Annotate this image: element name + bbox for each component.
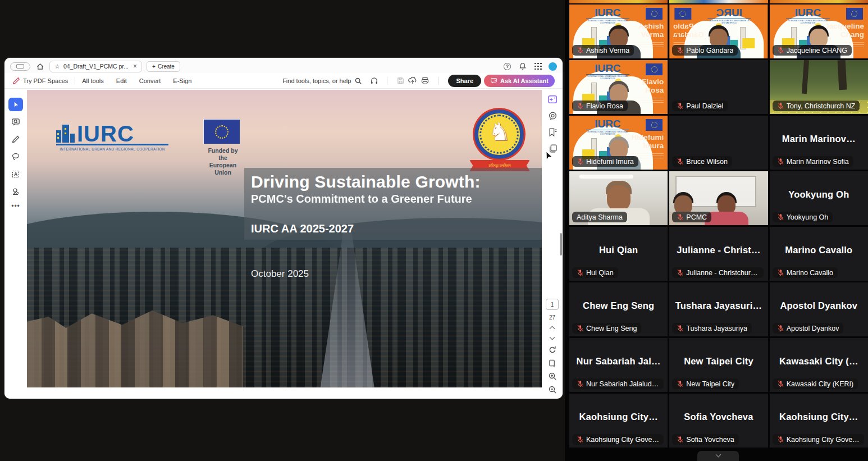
next-page-icon[interactable]: [550, 335, 555, 340]
participant-tile[interactable]: Tony, Christchurch NZ: [770, 60, 868, 114]
share-button[interactable]: Share: [448, 75, 481, 87]
participant-name-label: Yookyung Oh: [773, 212, 833, 222]
draw-pencil-tool-icon[interactable]: [8, 133, 23, 146]
participant-display-name: Kawasaki City (…: [770, 338, 868, 384]
fit-page-icon[interactable]: [548, 359, 556, 367]
participant-tile[interactable]: IURCINTERNATIONAL URBAN AND REGIONAL COO…: [569, 60, 668, 114]
mouse-cursor: [545, 151, 554, 161]
mic-off-icon: [777, 269, 784, 276]
participant-tile[interactable]: Sofia YovchevaSofia Yovcheva: [669, 394, 768, 448]
mic-off-icon: [677, 102, 684, 109]
divider: [438, 77, 438, 85]
participant-tile[interactable]: Apostol DyankovApostol Dyankov: [770, 282, 868, 336]
comments-panel-icon[interactable]: [548, 111, 558, 121]
participant-name-label: Aditya Sharma: [572, 212, 627, 222]
ask-ai-assistant-button[interactable]: Ask AI Assistant: [484, 75, 555, 87]
participant-tile[interactable]: Tushara Jayasuri…Tushara Jayasuriya: [669, 282, 768, 336]
acrobat-toolbar: Try PDF Spaces All tools Edit Convert E-…: [4, 73, 563, 89]
plus-icon: +: [152, 63, 156, 70]
total-pages: 27: [549, 314, 555, 321]
participant-name-label: Pablo Gándara: [672, 45, 738, 56]
help-icon[interactable]: ?: [504, 63, 511, 70]
zoom-out-icon[interactable]: [548, 385, 557, 394]
participant-tile[interactable]: Aditya Sharma: [569, 171, 668, 225]
eu-flag-icon: [846, 8, 863, 20]
document-tab[interactable]: ☆ 04_Draft_V1_PCMC pr... ×: [49, 61, 142, 72]
menu-edit[interactable]: Edit: [116, 77, 127, 84]
participant-tile[interactable]: Julianne - Christ…Julianne - Christchurc…: [669, 227, 768, 281]
slide-title: Driving Sustainable Growth:: [251, 172, 535, 191]
participant-tile[interactable]: PCMC: [669, 171, 768, 225]
select-cursor-tool[interactable]: [8, 98, 23, 111]
participant-tile[interactable]: Nur Sabariah Jal…Nur Sabariah Jalaluddin…: [569, 338, 668, 392]
star-icon[interactable]: ☆: [54, 63, 60, 70]
eu-flag-icon: [203, 119, 240, 144]
side-panel-rail: [547, 94, 558, 153]
participant-name-label: Kawasaki City (KERI): [773, 378, 858, 389]
upload-cloud-icon[interactable]: [406, 75, 419, 87]
participant-tile[interactable]: IURCINTERNATIONAL URBAN AND REGIONAL COO…: [569, 116, 668, 170]
mic-off-icon: [777, 102, 784, 109]
participant-tile[interactable]: IURCINTERNATIONAL URBAN AND REGIONAL COO…: [669, 4, 768, 58]
show-more-participants-button[interactable]: [697, 451, 739, 461]
eu-flag-icon: [674, 8, 691, 20]
more-tools-icon[interactable]: •••: [11, 202, 20, 210]
participant-tile[interactable]: Chew Eng SengChew Eng Seng: [569, 282, 668, 336]
participant-grid: IURCINTERNATIONAL URBAN AND REGIONAL COO…: [569, 4, 868, 448]
read-aloud-headphones-icon[interactable]: [368, 75, 380, 87]
try-pdf-spaces-button[interactable]: Try PDF Spaces: [12, 77, 68, 85]
stamp-tool-icon[interactable]: [8, 185, 23, 198]
participant-tile[interactable]: IURCINTERNATIONAL URBAN AND REGIONAL COO…: [569, 4, 668, 58]
refresh-icon[interactable]: [548, 345, 557, 354]
participant-name-label: Kaohsiung City Govern...: [773, 434, 864, 445]
menu-all-tools[interactable]: All tools: [82, 77, 104, 84]
document-area: A •••: [4, 89, 563, 399]
participant-tile[interactable]: Marin Marinov…Marin Marinov Sofia: [770, 116, 868, 170]
apps-grid-icon[interactable]: [534, 63, 542, 70]
participant-tile[interactable]: Bruce Wilson: [669, 116, 768, 170]
participant-tile[interactable]: Paul Dalziel: [669, 60, 768, 114]
comment-tool-icon[interactable]: [8, 115, 23, 129]
notifications-bell-icon[interactable]: [518, 61, 528, 71]
text-selection-tool-icon[interactable]: A: [8, 167, 23, 181]
previous-page-icon[interactable]: [550, 326, 555, 332]
scrollbar-thumb[interactable]: [560, 233, 562, 255]
participant-tile[interactable]: Yookyung OhYookyung Oh: [770, 171, 868, 225]
participant-tile[interactable]: Kaohsiung City…Kaohsiung City Govern...: [770, 394, 868, 448]
mic-off-icon: [577, 436, 584, 443]
participant-name-label: Hui Qian: [572, 267, 618, 278]
mic-off-icon: [777, 213, 784, 221]
mic-off-icon: [677, 47, 684, 54]
participant-tile[interactable]: Kaohsiung City…Kaohsiung City Govern...: [569, 394, 668, 448]
print-icon[interactable]: [419, 75, 431, 87]
participant-name-label: Marin Marinov Sofia: [773, 156, 853, 167]
zoom-in-icon[interactable]: [548, 372, 557, 381]
participant-tile[interactable]: New Taipei CityNew Taipei City: [669, 338, 768, 392]
participant-video: [705, 192, 748, 225]
save-icon[interactable]: [394, 75, 406, 87]
mic-off-icon: [677, 380, 684, 387]
page-number-input[interactable]: [546, 299, 559, 310]
find-tools-button[interactable]: Find tools, topics, or help: [282, 77, 362, 85]
participant-tile[interactable]: Hui QianHui Qian: [569, 227, 668, 281]
home-icon[interactable]: [35, 61, 45, 71]
tab-bar: ☆ 04_Draft_V1_PCMC pr... × + Create ?: [4, 58, 563, 73]
window-menu-icon[interactable]: [10, 62, 30, 71]
lasso-tool-icon[interactable]: [8, 150, 23, 163]
create-tab-button[interactable]: + Create: [147, 61, 180, 72]
participant-tile[interactable]: IURCINTERNATIONAL URBAN AND REGIONAL COO…: [770, 4, 868, 58]
user-avatar[interactable]: [549, 62, 557, 71]
participant-tile[interactable]: Marino CavalloMarino Cavallo: [770, 227, 868, 281]
participant-name-label: Tony, Christchurch NZ: [773, 101, 860, 111]
participant-tile[interactable]: Kawasaki City (…Kawasaki City (KERI): [770, 338, 868, 392]
participant-display-name: Kaohsiung City…: [770, 394, 868, 440]
participant-display-name: Hui Qian: [569, 227, 668, 273]
menu-convert[interactable]: Convert: [139, 77, 161, 84]
participant-name-label: Apostol Dyankov: [773, 323, 844, 334]
participant-name-label: Kaohsiung City Govern...: [572, 434, 664, 445]
menu-esign[interactable]: E-Sign: [173, 77, 191, 84]
bookmarks-panel-icon[interactable]: [548, 127, 558, 137]
ai-summary-icon[interactable]: [547, 94, 558, 104]
mic-off-icon: [577, 158, 584, 165]
close-tab-icon[interactable]: ×: [133, 62, 137, 70]
